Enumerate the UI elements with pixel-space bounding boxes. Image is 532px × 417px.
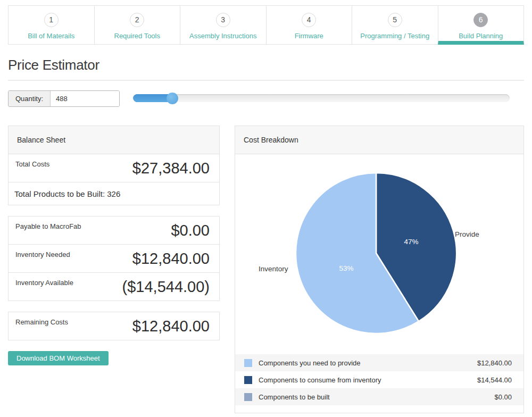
legend-value-built: $0.00	[494, 393, 512, 401]
slider-thumb[interactable]	[167, 93, 178, 104]
step-bill-of-materials[interactable]: 1 Bill of Materails	[8, 5, 95, 45]
payables-panel: Payable to MacroFab $0.00 Inventory Need…	[8, 216, 220, 301]
quantity-group: Quantity:	[8, 90, 120, 107]
step-3-label: Assembly Instructions	[180, 32, 266, 40]
quantity-row: Quantity:	[8, 90, 524, 107]
legend-swatch-provide	[244, 359, 252, 367]
step-1-label: Bill of Materails	[9, 32, 94, 40]
payable-row: Payable to MacroFab $0.00	[9, 216, 219, 245]
legend-label-built: Components to be built	[259, 393, 494, 401]
pie-pct-provide: 47%	[404, 238, 418, 246]
step-assembly-instructions[interactable]: 3 Assembly Instructions	[180, 5, 267, 45]
cost-breakdown-header: Cost Breakdown	[235, 126, 523, 154]
legend-label-consume: Components to consume from inventory	[259, 376, 477, 384]
step-4-label: Firmware	[267, 32, 352, 40]
step-6-label: Build Planning	[438, 32, 524, 40]
step-build-planning[interactable]: 6 Build Planning	[438, 5, 525, 45]
pie-pct-inventory: 53%	[339, 264, 353, 272]
pie-label-provide: Provide	[455, 230, 479, 238]
remaining-costs-value: $12,840.00	[132, 318, 210, 335]
pie-legend: Components you need to provide $12,840.0…	[235, 354, 523, 413]
cost-breakdown-panel: Cost Breakdown 47% 53% Provide Inventory…	[235, 126, 524, 413]
inventory-available-row: Inventory Available ($14,544.00)	[9, 273, 219, 301]
pie-label-inventory: Inventory	[259, 265, 288, 273]
pie-chart-area: 47% 53% Provide Inventory Components you…	[235, 154, 523, 413]
inventory-available-value: ($14,544.00)	[122, 278, 210, 296]
wizard-stepper: 1 Bill of Materails 2 Required Tools 3 A…	[8, 5, 524, 45]
remaining-costs-panel: Remaining Costs $12,840.00	[8, 312, 220, 340]
step-1-number: 1	[44, 13, 59, 27]
payable-value: $0.00	[171, 222, 210, 239]
legend-swatch-consume	[244, 376, 252, 384]
inventory-needed-label: Inventory Needed	[15, 250, 70, 258]
total-costs-value: $27,384.00	[132, 160, 210, 177]
legend-label-provide: Components you need to provide	[259, 359, 477, 367]
pie-chart: 47% 53% Provide Inventory	[235, 154, 523, 346]
download-bom-button[interactable]: Download BOM Worksheet	[8, 351, 109, 365]
legend-swatch-built	[244, 393, 252, 401]
quantity-input[interactable]	[51, 91, 119, 106]
slider-track[interactable]	[133, 94, 510, 102]
page-title: Price Estimator	[8, 57, 524, 73]
inventory-needed-value: $12,840.00	[132, 250, 210, 268]
balance-sheet-header: Balance Sheet	[9, 126, 219, 154]
inventory-needed-row: Inventory Needed $12,840.00	[9, 245, 219, 273]
legend-row-built: Components to be built $0.00	[235, 388, 523, 405]
step-4-number: 4	[302, 13, 316, 27]
inventory-available-label: Inventory Available	[15, 278, 73, 287]
step-firmware[interactable]: 4 Firmware	[266, 5, 353, 45]
step-3-number: 3	[216, 13, 230, 27]
step-5-label: Programming / Testing	[352, 32, 438, 40]
step-2-label: Required Tools	[95, 32, 180, 40]
step-5-number: 5	[388, 13, 402, 27]
total-products-row: Total Products to be Built: 326	[9, 182, 219, 205]
step-2-number: 2	[130, 13, 144, 27]
step-6-number: 6	[473, 13, 488, 27]
divider	[8, 80, 524, 81]
legend-value-provide: $12,840.00	[477, 359, 512, 367]
quantity-label: Quantity:	[9, 91, 51, 106]
quantity-slider[interactable]	[133, 90, 510, 107]
step-required-tools[interactable]: 2 Required Tools	[94, 5, 181, 45]
step-programming-testing[interactable]: 5 Programming / Testing	[352, 5, 438, 45]
legend-row-consume: Components to consume from inventory $14…	[235, 371, 523, 388]
legend-row-provide: Components you need to provide $12,840.0…	[235, 354, 523, 371]
total-costs-label: Total Costs	[15, 160, 49, 168]
remaining-costs-label: Remaining Costs	[15, 318, 68, 326]
balance-sheet-panel: Balance Sheet Total Costs $27,384.00 Tot…	[8, 126, 220, 205]
legend-value-consume: $14,544.00	[477, 376, 512, 384]
remaining-costs-row: Remaining Costs $12,840.00	[9, 312, 219, 340]
total-costs-row: Total Costs $27,384.00	[9, 154, 219, 182]
payable-label: Payable to MacroFab	[15, 222, 81, 230]
